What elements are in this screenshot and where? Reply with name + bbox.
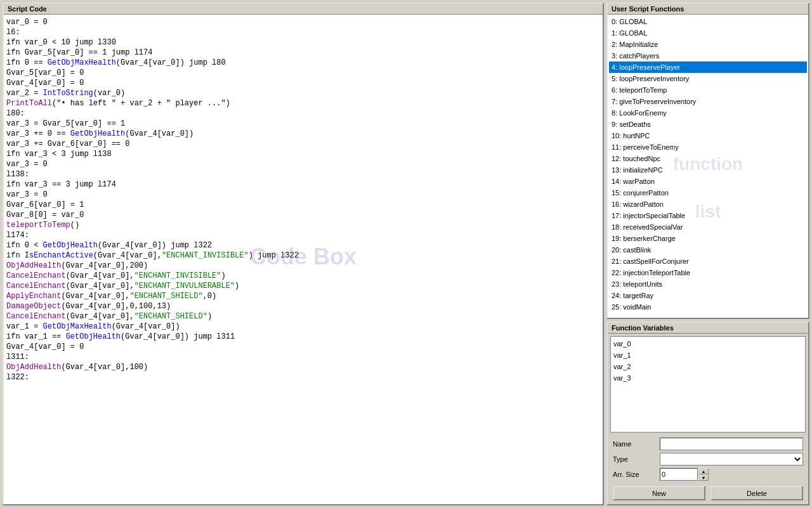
code-lines-container: var_0 = 0l6:ifn var_0 < 10 jump l330ifn … [6, 17, 600, 382]
function-item[interactable]: 20: castBlink [609, 244, 807, 256]
main-layout: Script Code Code Box var_0 = 0l6:ifn var… [0, 0, 812, 508]
code-area[interactable]: Code Box var_0 = 0l6:ifn var_0 < 10 jump… [4, 15, 603, 504]
code-line: var_0 = 0 [6, 17, 600, 27]
type-select[interactable] [660, 453, 803, 466]
script-panel: Script Code Code Box var_0 = 0l6:ifn var… [3, 3, 604, 505]
function-item[interactable]: 8: LookForEnemy [609, 107, 807, 119]
function-item[interactable]: 18: receivedSpecialVar [609, 221, 807, 233]
variable-item: var_2 [612, 361, 804, 372]
variable-item: var_1 [612, 349, 804, 361]
code-line: l322: [6, 372, 600, 382]
function-item[interactable]: 12: touchedNpc [609, 153, 807, 164]
arrsize-label: Arr. Size [613, 471, 657, 478]
code-line: l80: [6, 108, 600, 119]
code-line: ifn var_0 < 10 jump l330 [6, 37, 600, 48]
code-line: ifn Gvar_5[var_0] == 1 jump l174 [6, 48, 600, 58]
code-line: CancelEnchant(Gvar_4[var_0],"ENCHANT_INV… [6, 271, 600, 281]
code-line: ObjAddHealth(Gvar_4[var_0],200) [6, 261, 600, 271]
function-item[interactable]: 14: warPatton [609, 176, 807, 187]
function-item[interactable]: 0: GLOBAL [609, 16, 807, 27]
buttons-row: New Delete [608, 483, 808, 504]
function-item[interactable]: 24: targetRay [609, 290, 807, 301]
code-line: var_1 = GetObjMaxHealth(Gvar_4[var_0]) [6, 322, 600, 332]
function-item[interactable]: 6: teleportToTemp [609, 84, 807, 96]
spinner-buttons: ▲ ▼ [698, 468, 709, 481]
code-line: var_3 = 0 [6, 159, 600, 169]
code-line: ifn var_1 == GetObjHealth(Gvar_4[var_0])… [6, 332, 600, 342]
function-item[interactable]: 25: voidMain [609, 301, 807, 313]
code-line: DamageObject(Gvar_4[var_0],0,100,13) [6, 301, 600, 311]
code-line: var_3 += 0 == GetObjHealth(Gvar_4[var_0]… [6, 129, 600, 139]
form-area: Name Type Arr. Size ▲ ▼ [608, 435, 808, 483]
code-line: l311: [6, 352, 600, 362]
name-input[interactable] [660, 438, 803, 450]
arrsize-spinner: ▲ ▼ [660, 468, 709, 481]
name-label: Name [613, 440, 657, 448]
functions-panel-title: User Script Functions [608, 4, 808, 15]
code-line: Gvar_4[var_0] = 0 [6, 78, 600, 88]
code-line: PrintToAll("• has left " + var_2 + " pla… [6, 98, 600, 108]
function-item[interactable]: 15: conjurerPatton [609, 187, 807, 199]
arrsize-row: Arr. Size ▲ ▼ [613, 468, 803, 481]
function-item[interactable]: 22: injectionTeleportTable [609, 267, 807, 278]
function-item[interactable]: 2: MapInitialize [609, 39, 807, 50]
function-item[interactable]: 11: perceiveToEnemy [609, 141, 807, 153]
code-line: l174: [6, 230, 600, 240]
spinner-up-btn[interactable]: ▲ [698, 468, 709, 474]
code-line: ifn 0 == GetObjMaxHealth(Gvar_4[var_0]) … [6, 58, 600, 68]
code-line: var_2 = IntToString(var_0) [6, 88, 600, 98]
function-item[interactable]: 16: wizardPatton [609, 199, 807, 210]
right-panel: User Script Functions 0: GLOBAL1: GLOBAL… [606, 3, 809, 505]
script-panel-title: Script Code [4, 4, 603, 15]
code-line: var_3 = 0 [6, 190, 600, 200]
code-line: var_3 += Gvar_6[var_0] == 0 [6, 139, 600, 149]
code-line: ifn IsEnchantActive(Gvar_4[var_0],"ENCHA… [6, 251, 600, 261]
variables-panel: Function Variables var_0var_1var_2var_3 … [606, 322, 809, 505]
code-line: Gvar_4[var_0] = 0 [6, 342, 600, 352]
functions-list[interactable]: 0: GLOBAL1: GLOBAL2: MapInitialize3: cat… [608, 15, 808, 318]
new-button[interactable]: New [613, 486, 705, 500]
code-line: ifn 0 < GetObjHealth(Gvar_4[var_0]) jump… [6, 240, 600, 251]
type-label: Type [613, 455, 657, 463]
code-line: Gvar_6[var_0] = 1 [6, 200, 600, 210]
code-line: l6: [6, 27, 600, 37]
code-line: ifn var_3 == 3 jump l174 [6, 179, 600, 190]
function-item[interactable]: 7: giveToPreserveInventory [609, 96, 807, 107]
code-line: Gvar_8[0] = var_0 [6, 210, 600, 220]
function-item[interactable]: 23: teleportUnits [609, 278, 807, 290]
variables-list-area[interactable]: var_0var_1var_2var_3 [610, 336, 806, 433]
functions-panel: User Script Functions 0: GLOBAL1: GLOBAL… [606, 3, 809, 319]
code-line: ApplyEnchant(Gvar_4[var_0],"ENCHANT_SHIE… [6, 291, 600, 301]
function-item[interactable]: 17: injectorSpecialTable [609, 210, 807, 221]
variables-panel-title: Function Variables [608, 323, 808, 334]
function-item[interactable]: 19: berserkerCharge [609, 233, 807, 244]
code-line: var_3 = Gvar_5[var_0] == 1 [6, 119, 600, 129]
type-row: Type [613, 453, 803, 466]
function-item[interactable]: 10: hurtNPC [609, 130, 807, 141]
function-item[interactable]: 5: loopPreserveInventory [609, 73, 807, 84]
code-line: CancelEnchant(Gvar_4[var_0],"ENCHANT_SHI… [6, 311, 600, 322]
code-line: ObjAddHealth(Gvar_4[var_0],100) [6, 362, 600, 372]
code-line: l138: [6, 169, 600, 179]
spinner-down-btn[interactable]: ▼ [698, 474, 709, 481]
function-item[interactable]: 3: catchPlayers [609, 50, 807, 62]
code-line: CancelEnchant(Gvar_4[var_0],"ENCHANT_INV… [6, 281, 600, 291]
code-line: teleportToTemp() [6, 220, 600, 230]
arrsize-input[interactable] [660, 468, 698, 481]
code-line: ifn var_3 < 3 jump l138 [6, 149, 600, 159]
name-row: Name [613, 438, 803, 450]
delete-button[interactable]: Delete [710, 486, 803, 500]
variable-item: var_0 [612, 338, 804, 349]
variable-item: var_3 [612, 372, 804, 384]
function-item[interactable]: 1: GLOBAL [609, 27, 807, 39]
function-item[interactable]: 13: initializeNPC [609, 164, 807, 176]
function-item[interactable]: 4: loopPreservePlayer [609, 62, 807, 73]
code-line: Gvar_5[var_0] = 0 [6, 68, 600, 78]
function-item[interactable]: 9: setDeaths [609, 119, 807, 130]
function-item[interactable]: 21: castSpellForConjurer [609, 256, 807, 267]
